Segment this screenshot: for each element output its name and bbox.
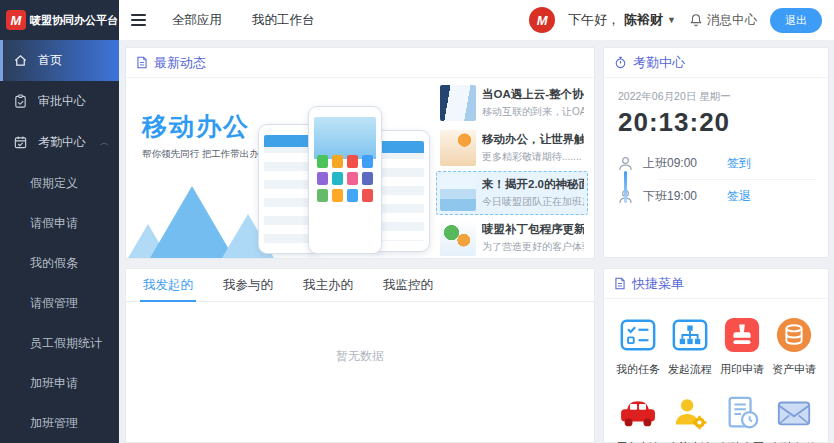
empty-state-text: 暂无数据 bbox=[126, 302, 594, 365]
approval-icon bbox=[13, 94, 28, 109]
header-right: M 下午好，陈裕财 ▼ 消息中心 退出 bbox=[529, 7, 822, 33]
panel-title: 快捷菜单 bbox=[632, 275, 684, 293]
brand: M 唛盟协同办公平台 bbox=[0, 0, 119, 40]
check-in-link[interactable]: 签到 bbox=[727, 155, 751, 172]
quick-item-seal-request[interactable]: 用印申请 bbox=[716, 315, 768, 377]
tab-initiated-by-me[interactable]: 我发起的 bbox=[128, 269, 208, 301]
contract-icon bbox=[723, 394, 761, 432]
shift-label: 下班19:00 bbox=[643, 188, 697, 205]
banner-headline: 移动办公 bbox=[142, 110, 250, 143]
car-icon bbox=[619, 397, 657, 429]
quick-item-label: 用印申请 bbox=[716, 362, 768, 377]
logout-button[interactable]: 退出 bbox=[770, 8, 822, 33]
chevron-down-icon: ▼ bbox=[667, 15, 676, 25]
sidebar-item-label: 考勤中心 bbox=[38, 134, 86, 151]
mail-icon bbox=[775, 394, 813, 432]
meeting-icon bbox=[671, 394, 709, 432]
app-window: M 唛盟协同办公平台 全部应用 我的工作台 M 下午好，陈裕财 ▼ 消息中心 退… bbox=[0, 0, 834, 443]
news-title: 唛盟补丁包程序更新 bbox=[482, 222, 584, 237]
bell-icon bbox=[689, 13, 703, 27]
quick-menu-panel: 快捷菜单 我的任务 发起流程 用印申请 资产申请 用车申请 bbox=[603, 268, 829, 443]
task-list-icon bbox=[619, 316, 657, 354]
quick-menu-grid: 我的任务 发起流程 用印申请 资产申请 用车申请 会议申请 bbox=[604, 299, 828, 443]
panel-title: 考勤中心 bbox=[633, 54, 685, 72]
news-item[interactable]: 唛盟补丁包程序更新为了营造更好的客户体验，唛 bbox=[436, 216, 588, 260]
asset-icon bbox=[775, 316, 813, 354]
check-out-link[interactable]: 签退 bbox=[727, 188, 751, 205]
tab-monitored-by-me[interactable]: 我监控的 bbox=[368, 269, 448, 301]
quick-item-my-tasks[interactable]: 我的任务 bbox=[612, 315, 664, 377]
person-icon bbox=[618, 156, 633, 171]
sidebar-subitem-holiday-definition[interactable]: 假期定义 bbox=[0, 163, 119, 203]
avatar[interactable]: M bbox=[529, 7, 555, 33]
top-header: M 唛盟协同办公平台 全部应用 我的工作台 M 下午好，陈裕财 ▼ 消息中心 退… bbox=[0, 0, 834, 40]
attendance-rows: 上班09:00 签到 下班19:00 签退 bbox=[618, 148, 816, 211]
sidebar-subitem-my-leave-notes[interactable]: 我的假条 bbox=[0, 243, 119, 283]
flow-icon bbox=[671, 316, 709, 354]
document-icon bbox=[136, 56, 148, 69]
chevron-up-icon: ︿ bbox=[100, 137, 109, 147]
sidebar-subitem-leave-request[interactable]: 请假申请 bbox=[0, 203, 119, 243]
news-thumbnail bbox=[440, 130, 476, 166]
message-center-label: 消息中心 bbox=[707, 12, 757, 29]
news-title: 移动办公，让世界触手可 bbox=[482, 132, 584, 147]
greeting-text: 下午好， bbox=[568, 11, 620, 29]
document-icon bbox=[614, 277, 626, 290]
news-thumbnail bbox=[440, 85, 476, 121]
quick-item-vehicle-request[interactable]: 用车申请 bbox=[612, 393, 664, 443]
news-title: 来！揭开2.0的神秘面纱- bbox=[482, 177, 584, 192]
news-banner[interactable]: 移动办公 帮你领先同行 把工作带出办公室 bbox=[126, 78, 436, 258]
shift-label: 上班09:00 bbox=[643, 155, 697, 172]
news-desc: 移动互联的到来，让OA与云 bbox=[482, 105, 584, 119]
phone-mockup bbox=[308, 106, 382, 254]
news-list: 当OA遇上云-整个协同OA移动互联的到来，让OA与云 移动办公，让世界触手可更多… bbox=[436, 78, 594, 258]
stopwatch-icon bbox=[614, 56, 627, 69]
check-in-row: 上班09:00 签到 bbox=[618, 148, 816, 178]
news-thumbnail bbox=[440, 175, 476, 211]
home-icon bbox=[13, 53, 28, 68]
sidebar-item-attendance-center[interactable]: 考勤中心 ︿ bbox=[0, 122, 119, 163]
nav-all-apps[interactable]: 全部应用 bbox=[172, 12, 222, 29]
tab-participated-by-me[interactable]: 我参与的 bbox=[208, 269, 288, 301]
latest-news-header: 最新动态 bbox=[126, 48, 594, 78]
app-grid bbox=[313, 155, 377, 251]
panel-title: 最新动态 bbox=[154, 54, 206, 72]
quick-item-new-contract[interactable]: 新建合同 bbox=[716, 393, 768, 443]
user-greeting[interactable]: 下午好，陈裕财 ▼ bbox=[568, 11, 676, 29]
quick-item-label: 我的任务 bbox=[612, 362, 664, 377]
message-center[interactable]: 消息中心 bbox=[689, 12, 757, 29]
menu-toggle-icon[interactable] bbox=[131, 14, 146, 26]
sidebar-subitem-overtime-request[interactable]: 加班申请 bbox=[0, 363, 119, 403]
sidebar-item-home[interactable]: 首页 bbox=[0, 40, 119, 81]
divider bbox=[658, 179, 816, 180]
news-desc: 更多精彩敬请期待....... bbox=[482, 150, 584, 164]
quick-item-start-flow[interactable]: 发起流程 bbox=[664, 315, 716, 377]
my-tasks-panel: 我发起的 我参与的 我主办的 我监控的 暂无数据 bbox=[125, 268, 595, 443]
news-item[interactable]: 当OA遇上云-整个协同OA移动互联的到来，让OA与云 bbox=[436, 81, 588, 125]
sidebar-item-approval-center[interactable]: 审批中心 bbox=[0, 81, 119, 122]
quick-item-label: 资产申请 bbox=[768, 362, 820, 377]
quick-item-new-mail[interactable]: 新建邮件 bbox=[768, 393, 820, 443]
sidebar-subitem-leave-management[interactable]: 请假管理 bbox=[0, 283, 119, 323]
news-desc: 今日唛盟团队正在加班加点， bbox=[482, 195, 584, 209]
sidebar: 首页 审批中心 考勤中心 ︿ 假期定义 请假申请 我的假条 请假管理 员工假期统… bbox=[0, 40, 119, 443]
news-title: 当OA遇上云-整个协同OA bbox=[482, 87, 584, 102]
tab-hosted-by-me[interactable]: 我主办的 bbox=[288, 269, 368, 301]
attendance-date: 2022年06月20日 星期一 bbox=[618, 90, 814, 104]
sidebar-item-label: 首页 bbox=[38, 52, 62, 69]
news-item-selected[interactable]: 来！揭开2.0的神秘面纱-今日唛盟团队正在加班加点， bbox=[436, 171, 588, 215]
sidebar-subitem-employee-holiday-stats[interactable]: 员工假期统计 bbox=[0, 323, 119, 363]
latest-news-panel: 最新动态 移动办公 帮你领先同行 把工作带出办公室 bbox=[125, 47, 595, 259]
attendance-icon bbox=[13, 135, 28, 150]
quick-item-asset-request[interactable]: 资产申请 bbox=[768, 315, 820, 377]
news-item[interactable]: 移动办公，让世界触手可更多精彩敬请期待....... bbox=[436, 126, 588, 170]
quick-item-meeting-request[interactable]: 会议申请 bbox=[664, 393, 716, 443]
news-body: 移动办公 帮你领先同行 把工作带出办公室 当OA遇上云-整个协同O bbox=[126, 78, 594, 258]
quick-item-label: 发起流程 bbox=[664, 362, 716, 377]
nav-my-workbench[interactable]: 我的工作台 bbox=[252, 12, 315, 29]
attendance-panel: 考勤中心 2022年06月20日 星期一 20:13:20 上班09:00 签到… bbox=[603, 47, 829, 258]
news-desc: 为了营造更好的客户体验，唛 bbox=[482, 240, 584, 254]
sidebar-subitem-overtime-management[interactable]: 加班管理 bbox=[0, 403, 119, 443]
stamp-icon bbox=[723, 316, 761, 354]
timeline-connector bbox=[624, 171, 627, 203]
